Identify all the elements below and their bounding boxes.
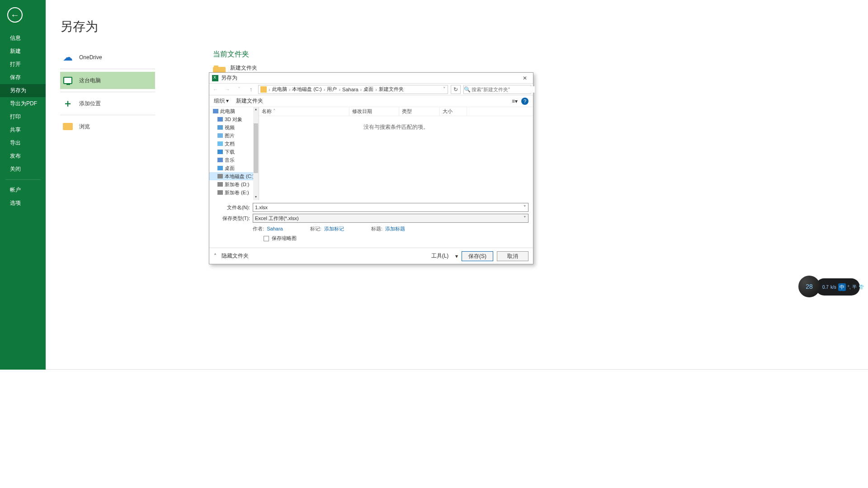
tree-node-desktop[interactable]: 桌面 bbox=[209, 164, 259, 172]
tree-node-drive-d[interactable]: 新加卷 (D:) bbox=[209, 180, 259, 188]
ime-settings-icon[interactable]: 👕 bbox=[859, 285, 864, 290]
crumb-segment[interactable]: 桌面 bbox=[363, 86, 373, 93]
tree-scrollbar[interactable]: ▴ ▾ bbox=[253, 107, 259, 200]
col-size[interactable]: 大小 bbox=[440, 107, 467, 116]
drive-icon bbox=[217, 182, 223, 187]
dialog-close-button[interactable]: ✕ bbox=[519, 75, 530, 81]
sidebar-item-export[interactable]: 导出 bbox=[0, 136, 46, 150]
sidebar-item-saveas[interactable]: 另存为 bbox=[0, 84, 46, 97]
crumb-segment[interactable]: 本地磁盘 (C:) bbox=[292, 86, 321, 93]
search-input[interactable] bbox=[471, 86, 535, 93]
search-box[interactable]: 🔍 bbox=[463, 85, 531, 94]
ime-widget[interactable]: 28 ↑0.7k/s 中 °, 半 👕 bbox=[816, 278, 860, 296]
tag-value[interactable]: 添加标记 bbox=[324, 226, 344, 231]
ime-mode[interactable]: 半 bbox=[852, 284, 857, 290]
pc-icon bbox=[213, 109, 218, 113]
video-icon bbox=[217, 125, 223, 130]
dialog-titlebar: 另存为 ✕ bbox=[209, 73, 533, 84]
divider bbox=[60, 115, 155, 115]
chevron-down-icon[interactable]: ˅ bbox=[524, 205, 526, 211]
tree-node-music[interactable]: 音乐 bbox=[209, 156, 259, 164]
nav-back-button[interactable]: ← bbox=[211, 86, 220, 93]
dialog-nav-row: ← → ˅ ↑ › 此电脑› 本地磁盘 (C:)› 用户› Sahara› 桌面… bbox=[209, 84, 533, 95]
tree-node-drive-c[interactable]: 本地磁盘 (C:) bbox=[209, 172, 259, 180]
new-folder-button[interactable]: 新建文件夹 bbox=[236, 97, 263, 105]
sidebar-item-print[interactable]: 打印 bbox=[0, 110, 46, 123]
location-label: 这台电脑 bbox=[79, 77, 101, 84]
col-type[interactable]: 类型 bbox=[399, 107, 440, 116]
folder-tree[interactable]: 此电脑 3D 对象 视频 图片 文档 下载 音乐 桌面 本地磁盘 (C:) 新加… bbox=[209, 107, 259, 200]
tools-menu[interactable]: 工具(L) ▾ bbox=[431, 252, 458, 260]
cloud-icon: ☁ bbox=[63, 52, 73, 62]
crumb-segment[interactable]: 新建文件夹 bbox=[379, 86, 404, 93]
crumb-segment[interactable]: 用户 bbox=[327, 86, 337, 93]
crumb-segment[interactable]: 此电脑 bbox=[272, 86, 287, 93]
title-meta-value[interactable]: 添加标题 bbox=[385, 226, 405, 231]
dialog-footer: ˄ 隐藏文件夹 工具(L) ▾ 保存(S) 取消 bbox=[209, 248, 533, 264]
scroll-up-icon[interactable]: ▴ bbox=[253, 107, 259, 113]
chevron-up-icon: ˄ bbox=[214, 253, 217, 259]
tree-node-documents[interactable]: 文档 bbox=[209, 140, 259, 148]
plus-icon: ＋ bbox=[63, 99, 73, 108]
sidebar-item-save[interactable]: 保存 bbox=[0, 71, 46, 84]
hide-folders-toggle[interactable]: ˄ 隐藏文件夹 bbox=[214, 252, 249, 260]
nav-recent-dropdown[interactable]: ˅ bbox=[235, 86, 244, 93]
title-meta-label: 标题: bbox=[371, 226, 382, 231]
sidebar-item-info[interactable]: 信息 bbox=[0, 32, 46, 45]
sidebar-item-open[interactable]: 打开 bbox=[0, 58, 46, 71]
sidebar-item-new[interactable]: 新建 bbox=[0, 45, 46, 58]
nav-forward-button[interactable]: → bbox=[223, 86, 232, 93]
scrollbar-thumb[interactable] bbox=[254, 123, 258, 173]
sidebar-item-share[interactable]: 共享 bbox=[0, 123, 46, 136]
thumbnail-label[interactable]: 保存缩略图 bbox=[272, 235, 297, 242]
location-addplace[interactable]: ＋ 添加位置 bbox=[60, 95, 155, 112]
sidebar-item-exportpdf[interactable]: 导出为PDF bbox=[0, 97, 46, 110]
tree-node-pictures[interactable]: 图片 bbox=[209, 131, 259, 140]
sort-asc-icon: ˄ bbox=[273, 108, 276, 114]
back-button[interactable]: ← bbox=[7, 7, 23, 23]
filename-value: 1.xlsx bbox=[255, 205, 268, 210]
tree-node-3d[interactable]: 3D 对象 bbox=[209, 115, 259, 123]
col-name[interactable]: 名称 ˄ bbox=[259, 107, 349, 116]
cancel-button[interactable]: 取消 bbox=[497, 251, 528, 261]
divider bbox=[60, 92, 155, 92]
tree-node-thispc[interactable]: 此电脑 bbox=[209, 107, 259, 115]
organize-menu[interactable]: 组织 ▾ bbox=[214, 97, 229, 105]
monitor-icon bbox=[63, 75, 73, 85]
save-button[interactable]: 保存(S) bbox=[462, 251, 493, 261]
scroll-down-icon[interactable]: ▾ bbox=[253, 195, 259, 200]
sidebar-item-publish[interactable]: 发布 bbox=[0, 150, 46, 163]
tree-node-video[interactable]: 视频 bbox=[209, 123, 259, 131]
location-onedrive[interactable]: ☁ OneDrive bbox=[60, 49, 155, 66]
location-thispc[interactable]: 这台电脑 bbox=[60, 72, 155, 89]
crumb-segment[interactable]: Sahara bbox=[342, 87, 358, 92]
filetype-select[interactable]: Excel 工作簿(*.xlsx) ˅ bbox=[253, 214, 528, 223]
sidebar-item-options[interactable]: 选项 bbox=[0, 197, 46, 210]
breadcrumb[interactable]: › 此电脑› 本地磁盘 (C:)› 用户› Sahara› 桌面› 新建文件夹 … bbox=[258, 85, 448, 94]
help-icon[interactable]: ? bbox=[521, 98, 528, 105]
location-label: 添加位置 bbox=[79, 100, 101, 108]
sidebar-item-account[interactable]: 帐户 bbox=[0, 183, 46, 197]
dialog-title: 另存为 bbox=[221, 74, 237, 82]
folder-open-icon bbox=[63, 122, 73, 131]
ime-unit: k/s bbox=[830, 285, 836, 290]
desktop-icon bbox=[217, 166, 223, 170]
ime-lang[interactable]: 中 bbox=[838, 283, 846, 291]
filename-input[interactable]: 1.xlsx ˅ bbox=[253, 203, 528, 212]
refresh-button[interactable]: ↻ bbox=[451, 85, 461, 94]
pictures-icon bbox=[217, 133, 223, 138]
tree-node-downloads[interactable]: 下载 bbox=[209, 148, 259, 156]
chevron-down-icon[interactable]: ˅ bbox=[443, 86, 446, 92]
chevron-right-icon: › bbox=[269, 87, 270, 92]
col-date[interactable]: 修改日期 bbox=[349, 107, 399, 116]
tree-node-drive-e[interactable]: 新加卷 (E:) bbox=[209, 188, 259, 197]
recent-heading-current: 当前文件夹 bbox=[213, 50, 330, 59]
location-browse[interactable]: 浏览 bbox=[60, 118, 155, 135]
thumbnail-checkbox[interactable] bbox=[264, 236, 269, 241]
author-value[interactable]: Sahara bbox=[267, 226, 283, 231]
dialog-toolbar: 组织 ▾ 新建文件夹 ≡▾ ? bbox=[209, 95, 533, 107]
nav-up-button[interactable]: ↑ bbox=[246, 86, 255, 93]
view-options-button[interactable]: ≡▾ bbox=[512, 98, 518, 104]
chevron-down-icon[interactable]: ˅ bbox=[524, 216, 526, 221]
sidebar-item-close[interactable]: 关闭 bbox=[0, 163, 46, 176]
